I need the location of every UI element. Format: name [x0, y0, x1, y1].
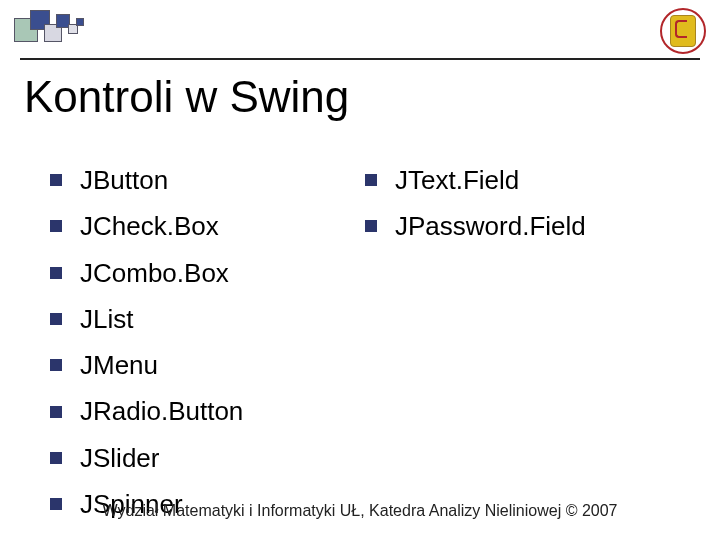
bullet-icon — [50, 406, 62, 418]
bullet-icon — [50, 220, 62, 232]
list-left: JButton JCheck.Box JCombo.Box JList JMen… — [50, 160, 365, 524]
list-right: JText.Field JPassword.Field — [365, 160, 680, 247]
title-underline — [20, 58, 700, 60]
list-item-label: JRadio.Button — [80, 391, 243, 431]
cube-pattern-icon — [14, 10, 104, 60]
list-item: JRadio.Button — [50, 391, 365, 431]
list-item: JCombo.Box — [50, 253, 365, 293]
bullet-icon — [50, 174, 62, 186]
list-item-label: JCombo.Box — [80, 253, 229, 293]
bullet-icon — [50, 359, 62, 371]
footer-text: Wydział Matematyki i Informatyki UŁ, Kat… — [0, 502, 720, 520]
list-item: JSlider — [50, 438, 365, 478]
list-item-label: JPassword.Field — [395, 206, 586, 246]
right-column: JText.Field JPassword.Field — [365, 160, 680, 470]
bullet-icon — [50, 267, 62, 279]
header-decoration — [0, 0, 720, 60]
bullet-icon — [365, 220, 377, 232]
university-logo-icon — [660, 8, 706, 54]
bullet-icon — [50, 452, 62, 464]
bullet-icon — [365, 174, 377, 186]
list-item-label: JCheck.Box — [80, 206, 219, 246]
slide-title: Kontroli w Swing — [24, 72, 349, 122]
list-item: JList — [50, 299, 365, 339]
left-column: JButton JCheck.Box JCombo.Box JList JMen… — [50, 160, 365, 470]
list-item: JButton — [50, 160, 365, 200]
list-item-label: JButton — [80, 160, 168, 200]
list-item: JMenu — [50, 345, 365, 385]
list-item-label: JList — [80, 299, 133, 339]
list-item-label: JMenu — [80, 345, 158, 385]
list-item: JText.Field — [365, 160, 680, 200]
list-item-label: JSlider — [80, 438, 159, 478]
slide-content: JButton JCheck.Box JCombo.Box JList JMen… — [50, 160, 680, 470]
list-item: JPassword.Field — [365, 206, 680, 246]
list-item-label: JText.Field — [395, 160, 519, 200]
list-item: JCheck.Box — [50, 206, 365, 246]
bullet-icon — [50, 313, 62, 325]
